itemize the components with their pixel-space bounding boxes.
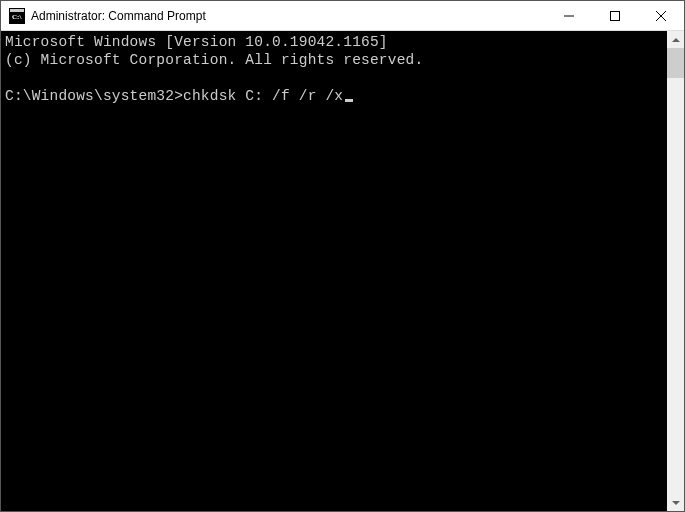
- titlebar[interactable]: C:\ Administrator: Command Prompt: [1, 1, 684, 31]
- svg-rect-1: [10, 9, 24, 12]
- window-title: Administrator: Command Prompt: [31, 9, 546, 23]
- terminal-line-copyright: (c) Microsoft Corporation. All rights re…: [5, 52, 423, 68]
- terminal-cursor: [345, 99, 353, 102]
- vertical-scrollbar[interactable]: [667, 31, 684, 511]
- scrollbar-up-button[interactable]: [667, 31, 684, 48]
- maximize-icon: [610, 11, 620, 21]
- close-button[interactable]: [638, 1, 684, 30]
- minimize-icon: [564, 11, 574, 21]
- minimize-button[interactable]: [546, 1, 592, 30]
- terminal-prompt-line: C:\Windows\system32>chkdsk C: /f /r /x: [5, 88, 353, 104]
- svg-text:C:\: C:\: [12, 13, 22, 21]
- scrollbar-track[interactable]: [667, 48, 684, 494]
- terminal-line-version: Microsoft Windows [Version 10.0.19042.11…: [5, 34, 388, 50]
- command-prompt-window: C:\ Administrator: Command Prompt: [0, 0, 685, 512]
- content-area: Microsoft Windows [Version 10.0.19042.11…: [1, 31, 684, 511]
- terminal[interactable]: Microsoft Windows [Version 10.0.19042.11…: [1, 31, 667, 511]
- chevron-down-icon: [672, 499, 680, 507]
- maximize-button[interactable]: [592, 1, 638, 30]
- scrollbar-down-button[interactable]: [667, 494, 684, 511]
- window-controls: [546, 1, 684, 30]
- terminal-prompt: C:\Windows\system32>: [5, 88, 183, 104]
- scrollbar-thumb[interactable]: [667, 48, 684, 78]
- svg-rect-4: [611, 11, 620, 20]
- close-icon: [656, 11, 666, 21]
- app-icon: C:\: [9, 8, 25, 24]
- chevron-up-icon: [672, 36, 680, 44]
- terminal-command: chkdsk C: /f /r /x: [183, 88, 343, 104]
